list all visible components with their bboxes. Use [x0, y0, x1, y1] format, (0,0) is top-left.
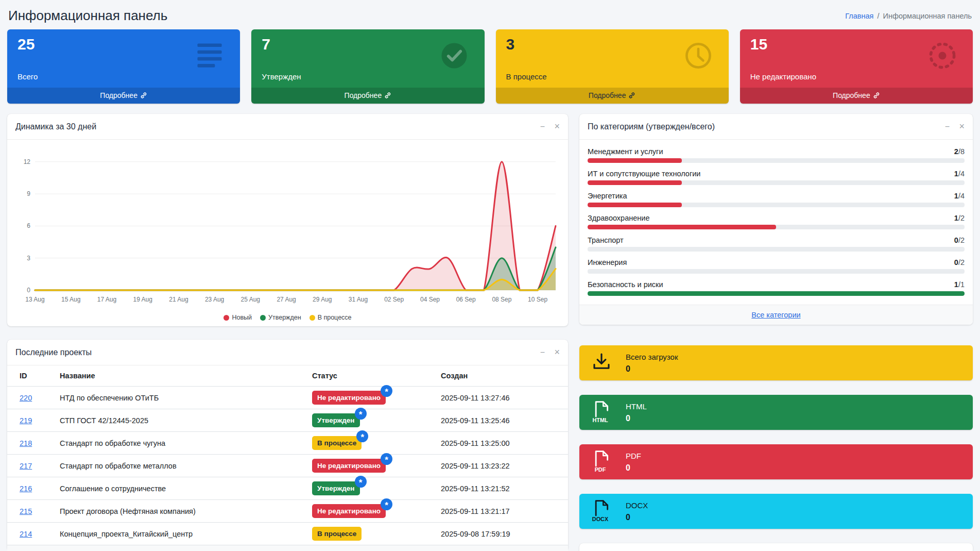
- download-card-value: 0: [626, 463, 641, 473]
- page-title: Информационная панель: [8, 8, 167, 24]
- category-progress: [588, 180, 965, 185]
- project-id-link[interactable]: 220: [20, 394, 32, 402]
- breadcrumb-home-link[interactable]: Главная: [845, 12, 873, 20]
- all-categories-link[interactable]: Все категории: [751, 311, 800, 319]
- svg-text:23 Aug: 23 Aug: [205, 296, 224, 303]
- table-row: 216 Соглашение о сотрудничестве Утвержде…: [7, 477, 568, 500]
- close-icon[interactable]: [554, 122, 560, 131]
- link-icon: [384, 92, 391, 99]
- category-value: 1/4: [954, 192, 965, 200]
- stat-card: 3 В процессе Подробнее: [496, 29, 729, 104]
- stat-card-details-link[interactable]: Подробнее: [7, 88, 240, 104]
- stat-card-details-label: Подробнее: [833, 91, 870, 99]
- svg-text:04 Sep: 04 Sep: [420, 296, 440, 303]
- status-badge: В процессе: [312, 527, 362, 541]
- legend-label: Утвержден: [268, 314, 301, 321]
- stat-card-details-label: Подробнее: [345, 91, 382, 99]
- project-id-link[interactable]: 216: [20, 485, 32, 493]
- svg-text:PDF: PDF: [595, 466, 606, 473]
- project-created: 2025-09-11 13:21:17: [433, 500, 568, 523]
- dynamics-chart: 03691213 Aug15 Aug17 Aug19 Aug21 Aug23 A…: [13, 144, 561, 312]
- collapse-icon[interactable]: [540, 123, 545, 131]
- project-id-link[interactable]: 217: [20, 462, 32, 470]
- download-card-label: DOCX: [626, 501, 648, 510]
- category-label: ИТ и сопутствующие технологии: [588, 170, 700, 178]
- recent-projects-title: Последние проекты: [15, 348, 92, 357]
- projects-table: IDНазваниеСтатусСоздан 220 НТД по обеспе…: [7, 365, 568, 545]
- category-value: 1/4: [954, 170, 965, 178]
- svg-text:25 Aug: 25 Aug: [241, 296, 260, 303]
- svg-text:02 Sep: 02 Sep: [384, 296, 404, 303]
- download-card: HTML HTML 0: [579, 395, 973, 430]
- file-html-icon: HTML: [591, 398, 612, 426]
- project-created: 2025-09-11 13:21:52: [433, 477, 568, 500]
- main-content: Динамика за 30 дней 03691213 Aug15 Aug17…: [0, 104, 980, 551]
- column-header: Статус: [304, 365, 433, 387]
- legend-item: Новый: [223, 314, 252, 321]
- download-icon: [591, 351, 612, 375]
- svg-text:19 Aug: 19 Aug: [133, 296, 152, 303]
- close-icon[interactable]: [554, 347, 560, 357]
- project-id-link[interactable]: 214: [20, 530, 32, 538]
- check-circle-icon: [437, 39, 471, 75]
- list-icon: [193, 39, 227, 75]
- file-docx-icon: DOCX: [591, 497, 612, 525]
- stat-card-label: В процессе: [506, 72, 547, 81]
- category-value: 2/8: [954, 147, 965, 156]
- project-created: 2025-09-11 13:27:46: [433, 387, 568, 409]
- stat-card-details-link[interactable]: Подробнее: [740, 88, 973, 104]
- project-name: Соглашение о сотрудничестве: [51, 477, 304, 500]
- category-progress: [588, 291, 965, 296]
- close-icon[interactable]: [959, 122, 965, 131]
- table-row: 217 Стандарт по обработке металлов Не ре…: [7, 455, 568, 477]
- link-icon: [873, 92, 880, 99]
- column-header: Название: [51, 365, 304, 387]
- star-icon: *: [381, 385, 392, 397]
- link-icon: [628, 92, 635, 99]
- recent-projects-panel: Последние проекты IDНазваниеСтатусСоздан…: [7, 340, 568, 551]
- dashed-circle-icon: [925, 39, 959, 75]
- legend-item: Утвержден: [260, 314, 301, 321]
- star-icon: *: [381, 453, 392, 465]
- categories-panel: По категориям (утвержден/всего) Менеджме…: [579, 114, 973, 325]
- partially-visible-panel: [579, 543, 973, 551]
- project-id-link[interactable]: 215: [20, 507, 32, 515]
- project-name: СТП ГОСТ 42/12445-2025: [51, 409, 304, 432]
- status-badge: Не редактировано*: [312, 391, 386, 405]
- stat-card-details-link[interactable]: Подробнее: [496, 88, 729, 104]
- stat-card-label: Не редактировано: [750, 72, 816, 81]
- file-pdf-icon: PDF: [591, 448, 612, 476]
- star-icon: *: [356, 430, 368, 442]
- svg-text:17 Aug: 17 Aug: [97, 296, 116, 303]
- category-value: 0/2: [954, 236, 965, 244]
- stat-card-label: Всего: [18, 72, 38, 81]
- project-id-link[interactable]: 219: [20, 416, 32, 425]
- category-item: Безопасность и риски 1/1: [588, 280, 965, 296]
- project-name: Стандарт по обработке металлов: [51, 455, 304, 477]
- legend-dot-icon: [223, 315, 229, 321]
- svg-text:DOCX: DOCX: [592, 516, 609, 522]
- svg-text:12: 12: [24, 158, 31, 165]
- breadcrumb: Главная/Информационная панель: [845, 12, 972, 20]
- link-icon: [140, 92, 147, 99]
- download-card-label: PDF: [626, 452, 641, 460]
- category-item: Менеджмент и услуги 2/8: [588, 147, 965, 163]
- stat-card: 25 Всего Подробнее: [7, 29, 240, 104]
- category-label: Здравоохранение: [588, 214, 649, 222]
- breadcrumb-separator: /: [877, 12, 879, 20]
- stat-card-details-link[interactable]: Подробнее: [251, 88, 484, 104]
- collapse-icon[interactable]: [945, 123, 950, 131]
- stat-card: 7 Утвержден Подробнее: [251, 29, 484, 104]
- stat-card-details-label: Подробнее: [100, 91, 137, 99]
- dynamics-panel: Динамика за 30 дней 03691213 Aug15 Aug17…: [7, 114, 568, 326]
- category-label: Инженерия: [588, 258, 627, 266]
- svg-text:10 Sep: 10 Sep: [528, 296, 547, 303]
- collapse-icon[interactable]: [540, 348, 545, 357]
- stat-card-label: Утвержден: [262, 72, 301, 81]
- table-row: 219 СТП ГОСТ 42/12445-2025 Утвержден* 20…: [7, 409, 568, 432]
- content-header: Информационная панель Главная/Информацио…: [0, 0, 980, 29]
- project-id-link[interactable]: 218: [20, 439, 32, 447]
- svg-text:06 Sep: 06 Sep: [456, 296, 476, 303]
- projects-table-header-row: IDНазваниеСтатусСоздан: [7, 365, 568, 387]
- download-card-value: 0: [626, 414, 647, 423]
